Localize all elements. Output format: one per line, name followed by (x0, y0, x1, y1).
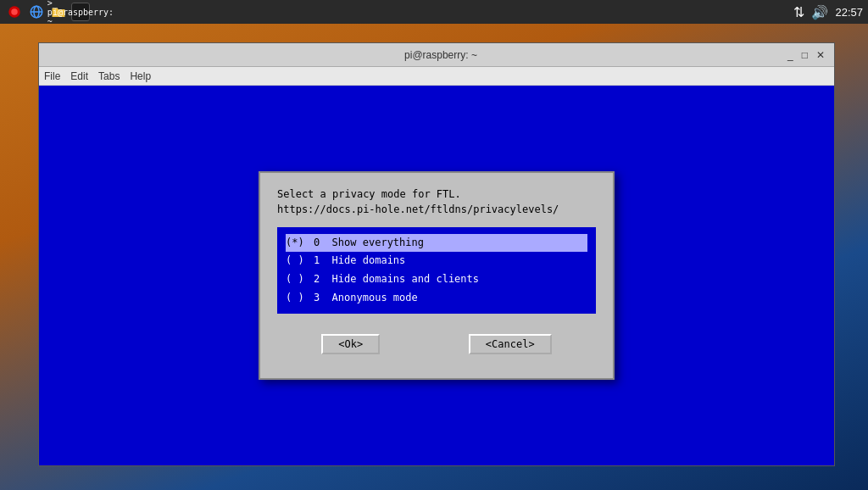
taskbar-left: >_ pi@raspberry: ~ (5, 3, 90, 21)
radio-0: (*) (286, 234, 304, 253)
close-button[interactable]: ✕ (814, 49, 827, 61)
maximize-button[interactable]: □ (799, 49, 810, 61)
option-2-label: Hide domains and clients (332, 270, 479, 289)
raspberry-icon[interactable] (5, 3, 24, 21)
terminal-titlebar: pi@raspberry: ~ _ □ ✕ (39, 43, 834, 67)
dialog-options-list: (*) 0 Show everything ( ) 1 Hide domains (277, 227, 596, 314)
volume-icon: 🔊 (811, 4, 828, 20)
option-anonymous-mode[interactable]: ( ) 3 Anonymous mode (286, 289, 587, 308)
option-hide-domains[interactable]: ( ) 1 Hide domains (286, 252, 587, 270)
option-1-value: 1 (314, 252, 320, 270)
terminal-window: pi@raspberry: ~ _ □ ✕ File Edit Tabs Hel… (38, 42, 835, 466)
option-2-value: 2 (314, 270, 320, 289)
taskbar-right: ⇅ 🔊 22:57 (793, 4, 863, 20)
dialog-description: Select a privacy mode for FTL. https://d… (277, 187, 596, 217)
minimize-button[interactable]: _ (785, 49, 796, 61)
terminal-label: >_ pi@raspberry: ~ (47, 0, 114, 26)
terminal-menubar: File Edit Tabs Help (39, 67, 834, 86)
option-show-everything[interactable]: (*) 0 Show everything (286, 234, 587, 253)
menu-file[interactable]: File (44, 70, 60, 82)
clock: 22:57 (835, 6, 863, 19)
menu-help[interactable]: Help (130, 70, 151, 82)
option-1-label: Hide domains (332, 252, 406, 270)
cancel-button[interactable]: <Cancel> (469, 334, 552, 354)
menu-tabs[interactable]: Tabs (98, 70, 120, 82)
terminal-small-icon[interactable]: >_ pi@raspberry: ~ (71, 3, 90, 21)
dialog-buttons: <Ok> <Cancel> (277, 327, 596, 365)
dialog-content: Select a privacy mode for FTL. https://d… (260, 173, 613, 378)
privacy-mode-dialog: Select a privacy mode for FTL. https://d… (259, 171, 615, 380)
desktop: >_ pi@raspberry: ~ ⇅ 🔊 22:57 pi@raspberr… (0, 0, 868, 490)
terminal-body: Select a privacy mode for FTL. https://d… (39, 86, 834, 465)
dialog-desc-line1: Select a privacy mode for FTL. (277, 187, 596, 202)
window-controls: _ □ ✕ (785, 49, 827, 61)
option-0-label: Show everything (332, 234, 424, 253)
option-hide-domains-clients[interactable]: ( ) 2 Hide domains and clients (286, 270, 587, 289)
radio-1: ( ) (286, 252, 304, 270)
window-title: pi@raspberry: ~ (97, 49, 785, 61)
ok-button[interactable]: <Ok> (321, 334, 380, 354)
menu-edit[interactable]: Edit (70, 70, 88, 82)
option-3-value: 3 (314, 289, 320, 308)
option-0-value: 0 (314, 234, 320, 253)
globe-icon[interactable] (27, 3, 46, 21)
taskbar: >_ pi@raspberry: ~ ⇅ 🔊 22:57 (0, 0, 868, 24)
dialog-desc-line2: https://docs.pi-hole.net/ftldns/privacyl… (277, 202, 596, 217)
radio-2: ( ) (286, 270, 304, 289)
network-icon: ⇅ (793, 4, 804, 20)
option-3-label: Anonymous mode (332, 289, 418, 308)
svg-point-1 (11, 8, 18, 15)
radio-3: ( ) (286, 289, 304, 308)
